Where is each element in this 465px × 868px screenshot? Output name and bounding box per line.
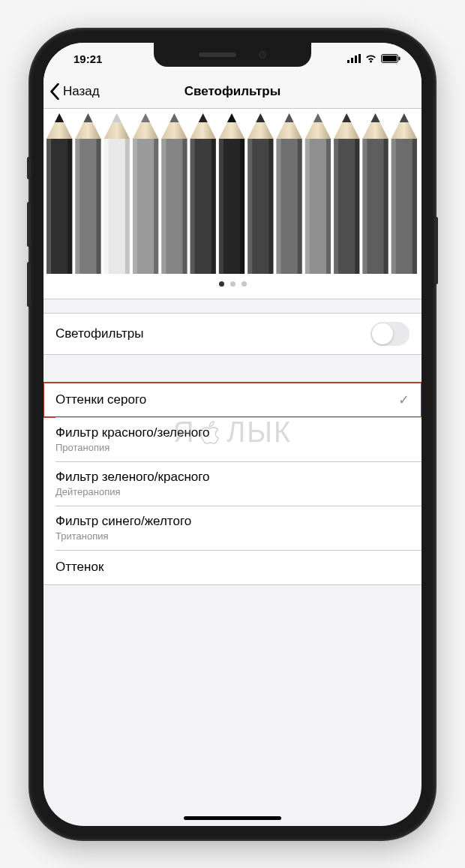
svg-marker-39 [227,113,236,122]
svg-marker-19 [112,113,122,122]
svg-marker-29 [170,113,178,122]
svg-rect-21 [125,139,130,274]
svg-rect-6 [399,57,400,61]
svg-rect-25 [133,139,137,274]
svg-rect-65 [362,139,367,274]
svg-rect-45 [248,139,252,274]
toggle-group: Светофильтры [44,313,422,355]
svg-rect-56 [326,139,331,274]
svg-rect-15 [75,139,80,274]
phone-frame: 19:21 Назад Светофильтры [30,29,435,839]
svg-rect-30 [161,139,166,274]
page-dot-3 [242,281,247,287]
svg-rect-41 [240,139,244,274]
toggle-label: Светофильтры [56,326,143,341]
filter-sublabel: Дейтеранопия [56,486,210,497]
svg-rect-26 [154,139,158,274]
svg-rect-11 [68,139,72,274]
svg-rect-46 [268,139,273,274]
filter-options: Оттенки серого ✓ Фильтр красного/зеленог… [44,382,422,585]
svg-marker-9 [55,113,64,122]
svg-marker-64 [370,113,380,122]
svg-rect-20 [104,139,109,274]
svg-rect-36 [212,139,216,274]
svg-rect-60 [334,139,338,274]
svg-rect-61 [355,139,359,274]
back-button[interactable]: Назад [50,83,100,100]
filter-label: Фильтр красного/зеленого [56,425,210,440]
svg-marker-54 [314,113,322,122]
svg-rect-16 [97,139,101,274]
cellular-icon [347,53,361,65]
svg-rect-70 [392,139,396,274]
svg-marker-24 [141,113,150,122]
filter-label: Оттенки серого [56,392,146,407]
svg-rect-2 [355,56,357,63]
battery-icon [381,53,400,65]
power-button [434,217,438,284]
wifi-icon [364,53,377,65]
checkmark-icon: ✓ [398,392,410,408]
svg-marker-69 [400,113,409,122]
home-indicator[interactable] [184,816,281,820]
volume-down-button [27,262,31,307]
filter-option-deuteranopia[interactable]: Фильтр зеленого/красного Дейтеранопия [44,461,422,506]
page-dot-1 [219,281,224,287]
svg-marker-59 [342,113,351,122]
screen: 19:21 Назад Светофильтры [44,43,422,826]
svg-rect-5 [382,56,397,62]
status-time: 19:21 [74,53,102,65]
svg-rect-10 [46,139,51,274]
svg-marker-44 [256,113,265,122]
filter-sublabel: Протанопия [56,442,210,453]
svg-rect-3 [358,54,361,63]
color-filters-toggle[interactable] [370,322,410,346]
filter-option-tint[interactable]: Оттенок [44,550,422,584]
svg-rect-66 [384,139,388,274]
svg-rect-35 [190,139,195,274]
page-dot-2 [230,281,236,287]
speaker-grille [199,53,236,57]
front-camera [259,51,266,59]
filter-label: Фильтр зеленого/красного [56,470,210,485]
svg-marker-49 [285,113,294,122]
filter-option-protanopia[interactable]: Фильтр красного/зеленого Протанопия [44,417,422,461]
filter-preview[interactable] [44,109,422,299]
filter-label: Оттенок [56,560,104,575]
color-filters-toggle-row: Светофильтры [44,314,422,354]
pencils-illustration [44,109,422,274]
svg-rect-0 [347,60,350,63]
svg-rect-40 [219,139,224,274]
svg-rect-1 [351,58,353,63]
filter-label: Фильтр синего/желтого [56,514,191,529]
svg-rect-71 [412,139,417,274]
svg-rect-55 [305,139,310,274]
page-title: Светофильтры [44,84,422,99]
mute-switch [27,157,31,179]
chevron-left-icon [50,83,60,100]
back-label: Назад [63,84,100,99]
page-indicator[interactable] [44,274,422,299]
filter-option-grayscale[interactable]: Оттенки серого ✓ [44,383,422,417]
filter-sublabel: Тританопия [56,530,191,542]
svg-rect-50 [276,139,280,274]
notch [154,43,311,67]
svg-rect-51 [298,139,302,274]
svg-marker-34 [199,113,208,122]
nav-bar: Назад Светофильтры [44,76,422,109]
volume-up-button [27,202,31,247]
svg-rect-31 [182,139,187,274]
svg-marker-14 [83,113,92,122]
filter-option-tritanopia[interactable]: Фильтр синего/желтого Тританопия [44,506,422,550]
